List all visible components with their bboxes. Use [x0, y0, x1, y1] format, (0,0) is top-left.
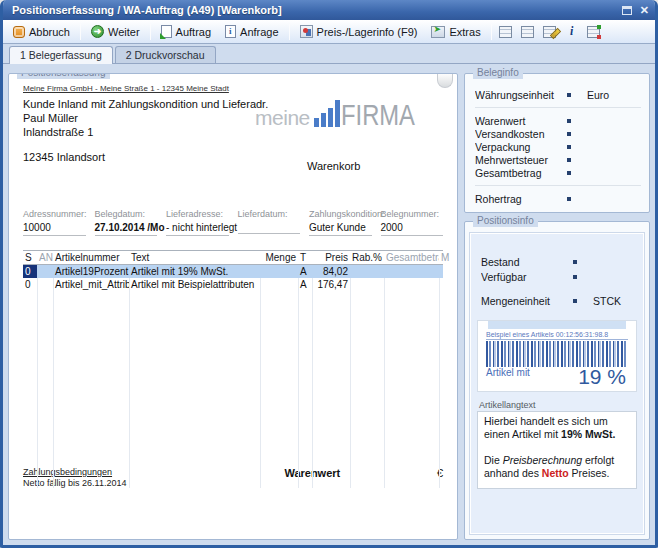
- inquiry-document-icon: [225, 25, 236, 38]
- verpackung-row: Verpackung: [475, 140, 641, 153]
- tab-druckvorschau[interactable]: 2 Druckvorschau: [115, 46, 216, 63]
- toolbar-separator: [80, 24, 81, 40]
- waehrungseinheit-row: Währungseinheit Euro: [475, 88, 641, 101]
- tabstrip: 1 Belegerfassung 2 Druckvorschau: [3, 44, 655, 64]
- toolbar-separator: [150, 24, 151, 40]
- field-belegdatum: Belegdatum: 27.10.2014 /Mo: [95, 209, 158, 236]
- positionserfassung-groupbox: Positionserfassung Meine Firma GmbH - Me…: [8, 73, 458, 540]
- bar-chart-logo-icon: [314, 100, 340, 127]
- weiter-button[interactable]: ➜ Weiter: [85, 22, 146, 41]
- table-row-selected[interactable]: 0 Artikel19Prozent Artikel mit 19% MwSt.…: [23, 265, 443, 278]
- table-header-row: S AN Artikelnummer Text Menge T Preis Ra…: [23, 250, 443, 265]
- positionsinfo-groupbox: Positionsinfo Bestand Verfügbar: [464, 221, 650, 540]
- window-title: Positionserfassung / WA-Auftrag (A49) [W…: [12, 4, 622, 16]
- grid-icon: [521, 26, 534, 38]
- auftrag-label: Auftrag: [176, 26, 211, 38]
- logo-word-meine: meine: [255, 108, 310, 128]
- bullet-icon: [567, 197, 571, 201]
- weiter-label: Weiter: [108, 26, 140, 38]
- address-city: 12345 Inlandsort: [23, 151, 443, 163]
- bullet-icon: [567, 145, 571, 149]
- bullet-icon: [567, 158, 571, 162]
- article-image-percent: 19 %: [578, 365, 626, 389]
- positions-table: S AN Artikelnummer Text Menge T Preis Ra…: [23, 250, 443, 488]
- article-image-caption: Beispiel eines Artikels 00:12:56:31:98.8: [486, 331, 628, 340]
- document-type-label: Warenkorb: [307, 160, 360, 172]
- field-belegnummer: Belegnummer: 2000: [381, 209, 444, 236]
- article-image: Beispiel eines Artikels 00:12:56:31:98.8…: [477, 320, 637, 392]
- preis-lagerinfo-button[interactable]: Preis-/Lagerinfo (F9): [294, 22, 424, 41]
- mengeneinheit-row: Mengeneinheit STCK: [481, 293, 633, 308]
- extras-icon: [431, 26, 445, 38]
- barcode-image: [486, 341, 628, 367]
- logo-word-firma: FIRMA: [341, 103, 415, 128]
- grid-add-icon: [587, 26, 600, 38]
- sender-line: Meine Firma GmbH - Meine Straße 1 - 1234…: [23, 84, 443, 93]
- table-row[interactable]: 0 Artikel_mit_Attribu Artikel mit Beispi…: [23, 278, 443, 291]
- versandkosten-row: Versandkosten: [475, 127, 641, 140]
- beleginfo-groupbox-label: Beleginfo: [473, 67, 523, 79]
- divider: [475, 107, 641, 108]
- table-grid-lines: [23, 265, 443, 488]
- abbruch-label: Abbruch: [29, 26, 70, 38]
- toolbar: Abbruch ➜ Weiter Auftrag Anfrage Preis-/…: [3, 20, 655, 44]
- positionsinfo-groupbox-label: Positionsinfo: [473, 215, 538, 227]
- extras-label: Extras: [449, 26, 480, 38]
- cancel-icon: [13, 26, 25, 38]
- extras-button[interactable]: Extras: [425, 23, 486, 41]
- toolbar-separator: [289, 24, 290, 40]
- bullet-icon: [573, 275, 577, 279]
- content-area: Positionserfassung Meine Firma GmbH - Me…: [3, 64, 655, 545]
- field-lieferadresse: Lieferadresse: - nicht hinterlegt: [166, 209, 229, 236]
- bullet-icon: [567, 132, 571, 136]
- field-zahlungskondition: Zahlungskondition: Guter Kunde: [309, 209, 372, 236]
- verfuegbar-row: Verfügbar: [481, 269, 633, 284]
- mehrwertsteuer-row: Mehrwertsteuer: [475, 153, 641, 166]
- info-button[interactable]: i: [562, 23, 582, 41]
- grid-edit-button[interactable]: [540, 23, 560, 41]
- anfrage-button[interactable]: Anfrage: [219, 22, 285, 41]
- field-lieferdatum: Lieferdatum:: [238, 209, 301, 236]
- document-preview: Meine Firma GmbH - Meine Straße 1 - 1234…: [9, 74, 457, 539]
- rohertrag-row: Rohertrag: [475, 192, 641, 205]
- right-panel: Beleginfo Währungseinheit Euro Warenwert…: [464, 70, 650, 540]
- grid-icon: [499, 26, 512, 38]
- bullet-icon: [567, 93, 571, 97]
- toolbar-separator: [491, 24, 492, 40]
- field-adressnummer: Adressnummer: 10000: [23, 209, 86, 236]
- next-arrow-icon: ➜: [91, 25, 104, 38]
- bullet-icon: [573, 299, 577, 303]
- app-window: Positionserfassung / WA-Auftrag (A49) [W…: [0, 0, 658, 548]
- document-header-fields: Adressnummer: 10000 Belegdatum: 27.10.20…: [23, 209, 443, 236]
- info-icon: i: [570, 24, 573, 39]
- bullet-icon: [567, 171, 571, 175]
- grid-edit-icon: [543, 26, 556, 38]
- beleginfo-groupbox: Beleginfo Währungseinheit Euro Warenwert…: [464, 73, 650, 213]
- image-scrollbar[interactable]: [488, 321, 626, 329]
- order-document-icon: [161, 25, 172, 38]
- bullet-icon: [573, 260, 577, 264]
- artikellangtext-label: Artikellangtext: [479, 400, 635, 410]
- divider: [475, 185, 641, 186]
- price-stock-info-icon: [300, 25, 313, 38]
- auftrag-button[interactable]: Auftrag: [155, 22, 217, 41]
- restore-icon[interactable]: [622, 6, 632, 15]
- gesamtbetrag-row: Gesamtbetrag: [475, 166, 641, 179]
- bullet-icon: [567, 119, 571, 123]
- close-icon[interactable]: ✕: [640, 5, 649, 15]
- titlebar: Positionserfassung / WA-Auftrag (A49) [W…: [3, 0, 655, 20]
- page-curl-icon: [437, 74, 453, 88]
- abbruch-button[interactable]: Abbruch: [7, 23, 76, 41]
- bestand-row: Bestand: [481, 254, 633, 269]
- company-logo: meine FIRMA: [255, 100, 431, 128]
- anfrage-label: Anfrage: [240, 26, 279, 38]
- stock-rows: Bestand Verfügbar Mengeneinheit: [477, 242, 637, 308]
- positionsinfo-panel: Bestand Verfügbar Mengeneinheit: [470, 233, 644, 534]
- grid-add-button[interactable]: [584, 23, 604, 41]
- preis-lagerinfo-label: Preis-/Lagerinfo (F9): [317, 26, 418, 38]
- artikellangtext-box: Hierbei handelt es sich um einen Artikel…: [477, 411, 637, 489]
- grid-view-button-2[interactable]: [518, 23, 538, 41]
- tab-belegerfassung[interactable]: 1 Belegerfassung: [9, 46, 113, 64]
- warenwert-row: Warenwert: [475, 114, 641, 127]
- grid-view-button-1[interactable]: [496, 23, 516, 41]
